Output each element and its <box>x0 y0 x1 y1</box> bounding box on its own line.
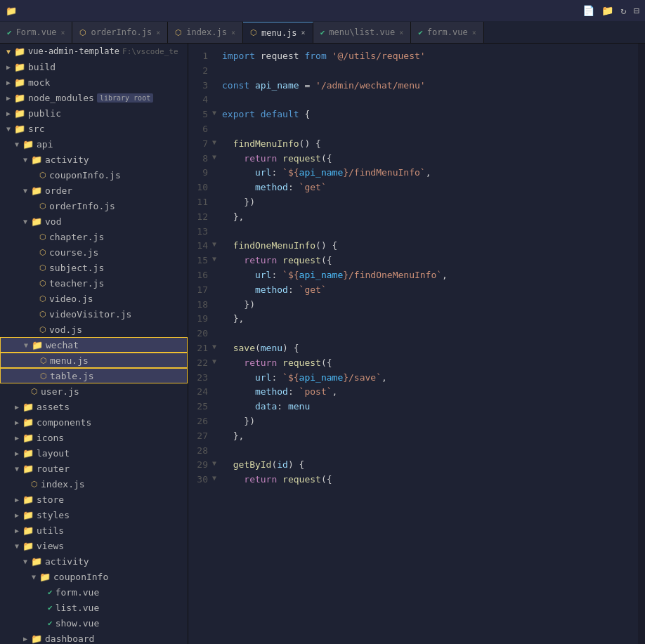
sidebar-item-couponInfo-js[interactable]: ⬡ couponInfo.js <box>0 167 188 183</box>
folder-arrow: ▶ <box>20 635 31 643</box>
sidebar-item-styles[interactable]: ▶ 📁 styles <box>0 507 188 523</box>
sidebar-item-views[interactable]: ▼ 📁 views <box>0 538 188 553</box>
line-number-16: 16 <box>194 268 208 283</box>
line-number-27: 27 <box>194 429 208 444</box>
sidebar-item-node_modules[interactable]: ▶ 📁 node_modules library root <box>0 90 188 105</box>
sidebar-item-teacher-js[interactable]: ⬡ teacher.js <box>0 275 188 291</box>
fold-arrow-21[interactable]: ▼ <box>212 341 216 353</box>
refresh-icon[interactable]: ↻ <box>620 5 626 16</box>
sidebar-item-router[interactable]: ▼ 📁 router <box>0 461 188 476</box>
sidebar-item-api[interactable]: ▼ 📁 api <box>0 136 188 152</box>
code-content: import request from '@/utils/request' co… <box>216 44 638 644</box>
token: api_name <box>255 80 299 91</box>
token: menu <box>261 343 282 353</box>
fold-arrow-5[interactable]: ▼ <box>212 107 216 119</box>
tab-index-js[interactable]: ⬡index.js× <box>168 22 243 43</box>
collapse-icon[interactable]: ⊟ <box>634 5 639 16</box>
code-line-3: const api_name = '/admin/wechat/menu' <box>222 79 638 93</box>
sidebar-item-components[interactable]: ▶ 📁 components <box>0 414 188 430</box>
sidebar-item-vod-folder[interactable]: ▼ 📁 vod <box>0 213 188 229</box>
tree-item-label: vod.js <box>49 324 82 335</box>
line-number-25: 25 <box>194 400 208 414</box>
folder-arrow: ▶ <box>3 63 14 71</box>
sidebar-item-chapter-js[interactable]: ⬡ chapter.js <box>0 229 188 244</box>
token: return <box>244 474 277 485</box>
fold-arrow-15[interactable]: ▼ <box>212 254 216 265</box>
line-number-19: 19 <box>194 312 208 327</box>
fold-arrow-14[interactable]: ▼ <box>212 239 216 250</box>
sidebar-item-form-vue-file[interactable]: ✔ form.vue <box>0 584 188 600</box>
tree-item-label: chapter.js <box>49 232 104 242</box>
sidebar-item-icons[interactable]: ▶ 📁 icons <box>0 430 188 445</box>
tab-menu-list-vue[interactable]: ✔menu\list.vue× <box>313 22 412 43</box>
fold-arrow-7[interactable]: ▼ <box>212 137 216 148</box>
root-label: vue-admin-template <box>28 46 119 56</box>
tab-close-icon[interactable]: × <box>60 29 65 37</box>
sidebar-item-couponInfo-folder[interactable]: ▼ 📁 couponInfo <box>0 569 188 584</box>
sidebar-item-assets[interactable]: ▶ 📁 assets <box>0 399 188 414</box>
tab-close-icon[interactable]: × <box>399 29 403 37</box>
sidebar-item-build[interactable]: ▶ 📁 build <box>0 59 188 74</box>
sidebar-item-subject-js[interactable]: ⬡ subject.js <box>0 260 188 275</box>
sidebar-item-layout[interactable]: ▶ 📁 layout <box>0 445 188 461</box>
sidebar-item-user-js[interactable]: ⬡ user.js <box>0 383 188 399</box>
tab-menu-js[interactable]: ⬡menu.js× <box>243 22 313 43</box>
tab-form-vue[interactable]: ✔Form.vue× <box>0 22 72 43</box>
sidebar-item-order-folder[interactable]: ▼ 📁 order <box>0 183 188 198</box>
tab-close-icon[interactable]: × <box>231 29 235 37</box>
new-file-icon[interactable]: 📄 <box>582 5 594 16</box>
sidebar-item-course-js[interactable]: ⬡ course.js <box>0 244 188 260</box>
sidebar-item-wechat-folder[interactable]: ▼ 📁 wechat <box>0 337 188 353</box>
token: : <box>288 182 299 192</box>
folder-arrow: ▶ <box>11 449 22 457</box>
tab-close-icon[interactable]: × <box>301 29 306 37</box>
tree-item-label: store <box>37 494 64 505</box>
token: : <box>271 167 282 178</box>
folder-arrow: ▶ <box>3 79 14 86</box>
line-number-9: 9 <box>194 166 208 180</box>
code-line-13 <box>222 225 638 239</box>
vue-icon: ✔ <box>7 28 12 37</box>
sidebar-item-src[interactable]: ▼ 📁 src <box>0 121 188 136</box>
tabs-bar: ✔Form.vue×⬡orderInfo.js×⬡index.js×⬡menu.… <box>0 21 645 44</box>
sidebar-item-video-js[interactable]: ⬡ video.js <box>0 291 188 306</box>
line-number-23: 23 <box>194 371 208 386</box>
fold-arrow-8[interactable]: ▼ <box>212 152 216 163</box>
sidebar-item-menu-js-file[interactable]: ⬡ menu.js <box>0 353 188 368</box>
folder-icon: 📁 <box>14 77 25 88</box>
code-line-7: ▼ findMenuInfo() { <box>222 137 638 152</box>
tab-orderinfo-js[interactable]: ⬡orderInfo.js× <box>72 22 168 43</box>
sidebar-item-videoVisitor-js[interactable]: ⬡ videoVisitor.js <box>0 306 188 322</box>
new-folder-icon[interactable]: 📁 <box>601 5 613 16</box>
token: default <box>261 109 299 119</box>
fold-arrow-29[interactable]: ▼ <box>212 458 216 469</box>
sidebar-item-utils[interactable]: ▶ 📁 utils <box>0 523 188 538</box>
sidebar-item-activity[interactable]: ▼ 📁 activity <box>0 152 188 167</box>
tree-item-label: public <box>28 108 61 119</box>
tab-form-vue-2[interactable]: ✔form.vue× <box>411 22 483 43</box>
js-file-icon: ⬡ <box>39 279 46 288</box>
sidebar-item-vod-js[interactable]: ⬡ vod.js <box>0 322 188 337</box>
code-container[interactable]: 1234567891011121314151617181920212223242… <box>188 44 645 644</box>
folder-icon: 📁 <box>31 185 42 196</box>
token: request <box>282 474 321 485</box>
sidebar-item-store[interactable]: ▶ 📁 store <box>0 492 188 507</box>
sidebar-item-public[interactable]: ▶ 📁 public <box>0 105 188 121</box>
sidebar-item-list-vue-file[interactable]: ✔ list.vue <box>0 600 188 615</box>
sidebar-item-show-vue-file[interactable]: ✔ show.vue <box>0 615 188 631</box>
sidebar-item-views-activity[interactable]: ▼ 📁 activity <box>0 553 188 569</box>
sidebar-item-dashboard[interactable]: ▶ 📁 dashboard <box>0 631 188 644</box>
fold-arrow-22[interactable]: ▼ <box>212 356 216 367</box>
minimap-scrollbar[interactable] <box>638 44 645 644</box>
tab-close-icon[interactable]: × <box>472 29 476 37</box>
sidebar-item-router-index-js[interactable]: ⬡ index.js <box>0 476 188 492</box>
sidebar-item-table-js[interactable]: ⬡ table.js <box>0 368 188 383</box>
fold-arrow-30[interactable]: ▼ <box>212 473 216 484</box>
tab-close-icon[interactable]: × <box>156 29 160 37</box>
line-number-1: 1 <box>194 49 208 64</box>
token: : <box>277 401 288 412</box>
sidebar-item-mock[interactable]: ▶ 📁 mock <box>0 74 188 90</box>
sidebar-item-orderInfo-js[interactable]: ⬡ orderInfo.js <box>0 198 188 213</box>
sidebar-root[interactable]: ▼ 📁 vue-admin-template F:\vscode_te <box>0 44 188 59</box>
js-icon: ⬡ <box>175 28 182 37</box>
